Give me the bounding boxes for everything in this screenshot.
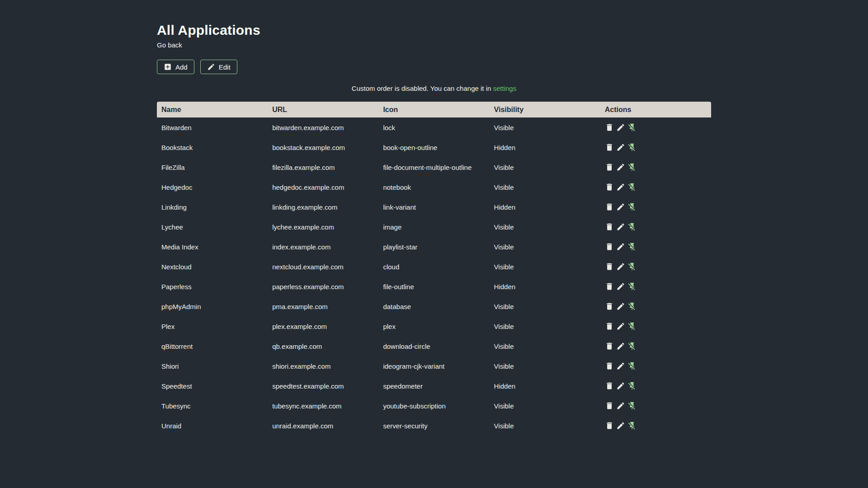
- edit-button[interactable]: Edit: [200, 60, 237, 74]
- delete-button[interactable]: [605, 143, 614, 152]
- add-button[interactable]: Add: [157, 60, 194, 74]
- pencil-icon: [207, 63, 215, 71]
- table-header: Name URL Icon Visibility Actions: [157, 102, 711, 117]
- pin-off-icon: [627, 202, 637, 211]
- delete-button[interactable]: [605, 183, 614, 192]
- table-row: Bitwarden bitwarden.example.com lock Vis…: [157, 117, 711, 137]
- unpin-button[interactable]: [627, 183, 637, 192]
- table-row: Linkding linkding.example.com link-varia…: [157, 197, 711, 217]
- edit-row-button[interactable]: [616, 322, 625, 331]
- delete-button[interactable]: [605, 222, 614, 231]
- edit-row-button[interactable]: [616, 262, 625, 271]
- go-back-link[interactable]: Go back: [157, 41, 182, 49]
- edit-row-button[interactable]: [616, 302, 625, 311]
- app-actions: [600, 416, 711, 436]
- settings-link[interactable]: settings: [493, 84, 517, 92]
- app-visibility: Visible: [490, 117, 600, 137]
- delete-button[interactable]: [605, 401, 614, 410]
- app-icon-name: lock: [378, 117, 489, 137]
- table-row: Lychee lychee.example.com image Visible: [157, 217, 711, 237]
- unpin-button[interactable]: [627, 143, 637, 152]
- app-url: linkding.example.com: [268, 197, 378, 217]
- delete-button[interactable]: [605, 202, 614, 211]
- edit-row-button[interactable]: [616, 143, 625, 152]
- notice-text: Custom order is disabled. You can change…: [352, 84, 491, 92]
- app-name: phpMyAdmin: [157, 296, 268, 316]
- unpin-button[interactable]: [627, 262, 637, 271]
- delete-button[interactable]: [605, 282, 614, 291]
- pin-off-icon: [627, 361, 637, 371]
- edit-row-button[interactable]: [616, 282, 625, 291]
- pencil-icon: [616, 401, 625, 410]
- unpin-button[interactable]: [627, 242, 637, 251]
- app-url: lychee.example.com: [268, 217, 378, 237]
- unpin-button[interactable]: [627, 282, 637, 291]
- pencil-icon: [616, 342, 625, 351]
- edit-row-button[interactable]: [616, 421, 625, 430]
- pencil-icon: [616, 242, 625, 251]
- delete-button[interactable]: [605, 302, 614, 311]
- app-actions: [600, 237, 711, 257]
- app-url: qb.example.com: [268, 336, 378, 356]
- trash-icon: [605, 202, 614, 211]
- app-visibility: Visible: [490, 177, 600, 197]
- app-url: paperless.example.com: [268, 277, 378, 296]
- unpin-button[interactable]: [627, 342, 637, 351]
- edit-row-button[interactable]: [616, 342, 625, 351]
- edit-button-label: Edit: [219, 63, 231, 71]
- edit-row-button[interactable]: [616, 361, 625, 371]
- unpin-button[interactable]: [627, 222, 637, 231]
- action-button-row: Add Edit: [157, 60, 711, 74]
- edit-row-button[interactable]: [616, 202, 625, 211]
- unpin-button[interactable]: [627, 123, 637, 132]
- edit-row-button[interactable]: [616, 222, 625, 231]
- unpin-button[interactable]: [627, 202, 637, 211]
- pin-off-icon: [627, 123, 637, 132]
- delete-button[interactable]: [605, 342, 614, 351]
- app-url: bookstack.example.com: [268, 137, 378, 157]
- delete-button[interactable]: [605, 262, 614, 271]
- edit-row-button[interactable]: [616, 183, 625, 192]
- app-actions: [600, 197, 711, 217]
- pin-off-icon: [627, 163, 637, 172]
- app-actions: [600, 137, 711, 157]
- delete-button[interactable]: [605, 381, 614, 390]
- delete-button[interactable]: [605, 361, 614, 371]
- unpin-button[interactable]: [627, 421, 637, 430]
- pin-off-icon: [627, 143, 637, 152]
- app-name: Tubesync: [157, 396, 268, 416]
- trash-icon: [605, 421, 614, 430]
- app-url: filezilla.example.com: [268, 157, 378, 177]
- app-visibility: Visible: [490, 336, 600, 356]
- edit-row-button[interactable]: [616, 123, 625, 132]
- edit-row-button[interactable]: [616, 401, 625, 410]
- unpin-button[interactable]: [627, 401, 637, 410]
- edit-row-button[interactable]: [616, 163, 625, 172]
- app-icon-name: ideogram-cjk-variant: [378, 356, 489, 376]
- edit-row-button[interactable]: [616, 381, 625, 390]
- unpin-button[interactable]: [627, 163, 637, 172]
- trash-icon: [605, 282, 614, 291]
- delete-button[interactable]: [605, 123, 614, 132]
- app-name: FileZilla: [157, 157, 268, 177]
- trash-icon: [605, 262, 614, 271]
- app-icon-name: file-outline: [378, 277, 489, 296]
- delete-button[interactable]: [605, 242, 614, 251]
- unpin-button[interactable]: [627, 381, 637, 390]
- unpin-button[interactable]: [627, 361, 637, 371]
- unpin-button[interactable]: [627, 322, 637, 331]
- pencil-icon: [616, 262, 625, 271]
- edit-row-button[interactable]: [616, 242, 625, 251]
- delete-button[interactable]: [605, 322, 614, 331]
- app-url: nextcloud.example.com: [268, 257, 378, 277]
- page-container: All Applications Go back Add Edit Custom…: [157, 0, 711, 436]
- app-name: Lychee: [157, 217, 268, 237]
- delete-button[interactable]: [605, 163, 614, 172]
- unpin-button[interactable]: [627, 302, 637, 311]
- delete-button[interactable]: [605, 421, 614, 430]
- pin-off-icon: [627, 262, 637, 271]
- trash-icon: [605, 381, 614, 390]
- table-row: Bookstack bookstack.example.com book-ope…: [157, 137, 711, 157]
- table-row: Speedtest speedtest.example.com speedome…: [157, 376, 711, 396]
- app-url: index.example.com: [268, 237, 378, 257]
